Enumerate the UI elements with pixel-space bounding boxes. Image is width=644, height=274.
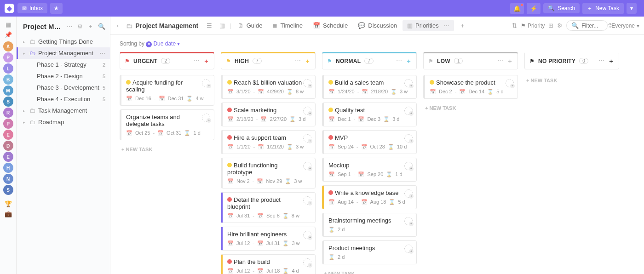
sidebar-folder[interactable]: ▸🗀Getting Things Done — [17, 36, 110, 47]
task-card[interactable]: Acquire funding for scaling 📅Dec 16-📅Dec… — [120, 75, 214, 106]
assignee-placeholder[interactable] — [404, 189, 413, 198]
workspace-avatar[interactable]: P — [3, 52, 13, 63]
more-icon[interactable]: ⋯ — [99, 50, 105, 57]
more-icon[interactable]: ⋯ — [443, 22, 449, 29]
new-task-button[interactable]: + NEW TASK — [423, 103, 518, 114]
workspace-avatar[interactable]: E — [3, 152, 13, 162]
more-icon[interactable]: ⋯ — [497, 57, 503, 65]
sort-dropdown[interactable]: ⚑Priority — [521, 23, 545, 29]
task-card[interactable]: Hire brilliant engineers 📅Jul 12-📅Jul 31… — [221, 227, 316, 251]
workspace-avatar[interactable]: M — [3, 86, 13, 96]
workspace-avatar[interactable]: B — [3, 74, 13, 85]
workspace-avatar[interactable]: H — [3, 163, 13, 173]
tab-timeline[interactable]: ≣Timeline — [268, 20, 307, 31]
trophy-icon[interactable]: 🏆 — [4, 200, 12, 208]
tab-priorities[interactable]: ▥Priorities⋯ — [402, 20, 454, 31]
assignee-placeholder[interactable] — [404, 162, 413, 170]
assignee-placeholder[interactable] — [303, 79, 311, 87]
assignee-placeholder[interactable] — [303, 162, 311, 170]
sidebar-folder[interactable]: ▸🗀Task Management — [17, 105, 110, 116]
back-icon[interactable]: ‹ — [115, 20, 121, 31]
more-icon[interactable]: ⋯ — [295, 57, 301, 65]
assignee-placeholder[interactable] — [303, 231, 311, 239]
new-task-button[interactable]: + NEW TASK — [322, 268, 417, 274]
search-icon[interactable]: 🔍 — [97, 22, 106, 31]
workspace-avatar[interactable]: S — [3, 97, 13, 107]
tab-discussion[interactable]: 💬Discussion — [353, 20, 402, 31]
add-view-icon[interactable]: ＋ — [456, 20, 469, 32]
workspace-avatar[interactable]: L — [3, 63, 13, 74]
app-logo[interactable]: ◆ — [5, 4, 14, 13]
sidebar-folder[interactable]: ▸🗁Project Management⋯ — [17, 47, 110, 59]
task-card[interactable]: MVP 📅Sep 24-📅Oct 28⌛10 d — [322, 130, 417, 154]
new-task-button[interactable]: ＋ New Task — [582, 3, 624, 14]
assignee-placeholder[interactable] — [404, 245, 413, 253]
assignee-dropdown[interactable]: Everyone ▾ — [611, 23, 639, 29]
assignee-placeholder[interactable] — [303, 134, 311, 143]
more-icon[interactable]: ⋯ — [396, 57, 402, 65]
more-icon[interactable]: ⋯ — [598, 57, 604, 65]
pin-icon[interactable]: 📌 — [4, 30, 12, 39]
workspace-avatar[interactable]: A — [3, 41, 13, 51]
gear-icon[interactable]: ⚙ — [76, 22, 84, 31]
task-card[interactable]: Write a knowledge base 📅Aug 14-📅Aug 18⌛5… — [322, 185, 417, 209]
sidebar-list[interactable]: Phase 3 - Development5 — [17, 82, 110, 93]
add-card-icon[interactable]: ＋ — [305, 57, 310, 65]
sidebar-list[interactable]: Phase 1 - Strategy2 — [17, 59, 110, 70]
task-card[interactable]: Build functioning prototype 📅Nov 2-📅Nov … — [221, 158, 316, 188]
task-card[interactable]: Product meetings ⌛2 d — [322, 240, 417, 264]
task-card[interactable]: Quality test 📅Dec 1-📅Dec 3⌛3 d — [322, 103, 417, 126]
inbox-button[interactable]: ✉ Inbox — [17, 3, 47, 13]
dropdown-button[interactable]: ▾ — [627, 3, 637, 14]
assignee-placeholder[interactable] — [303, 196, 311, 205]
star-button[interactable]: ★ — [50, 3, 63, 14]
workspace-avatar[interactable]: N — [3, 174, 13, 184]
filter-field[interactable] — [581, 23, 604, 29]
sidebar-list[interactable]: Phase 2 - Design5 — [17, 70, 110, 82]
task-card[interactable]: Plan the build 📅Jul 12-📅Jul 18⌛4 d — [221, 254, 316, 274]
assignee-placeholder[interactable] — [202, 79, 210, 87]
sidebar-folder[interactable]: ▸🗀Roadmap — [17, 116, 110, 128]
add-card-icon[interactable]: ＋ — [507, 57, 513, 65]
assignee-placeholder[interactable] — [202, 114, 210, 122]
assignee-placeholder[interactable] — [303, 107, 311, 115]
new-task-button[interactable]: + NEW TASK — [120, 144, 214, 155]
gear-icon[interactable]: ⚙ — [557, 22, 563, 29]
assignee-placeholder[interactable] — [506, 79, 514, 87]
assignee-placeholder[interactable] — [404, 79, 413, 87]
task-card[interactable]: Showcase the product 📅Dec 2-📅Dec 14⌛5 d — [423, 75, 518, 99]
filter-input[interactable]: 🔍 ⚗ — [566, 20, 608, 31]
assignee-placeholder[interactable] — [303, 258, 311, 267]
bolt-button[interactable]: ⚡ — [527, 3, 540, 14]
task-card[interactable]: Mockup 📅Sep 1-📅Sep 20⌛1 d — [322, 158, 417, 182]
add-card-icon[interactable]: ＋ — [203, 57, 209, 65]
list-view-icon[interactable]: ☰ — [204, 20, 215, 31]
task-card[interactable]: Hire a support team 📅1/1/20-📅1/21/20⌛3 w — [221, 130, 316, 154]
new-task-button[interactable]: + NEW TASK — [524, 75, 619, 86]
briefcase-icon[interactable]: 💼 — [4, 210, 12, 218]
assignee-placeholder[interactable] — [404, 134, 413, 143]
plus-icon[interactable]: ＋ — [86, 21, 94, 31]
close-icon[interactable]: ✕ — [146, 41, 152, 47]
task-card[interactable]: Reach $1 billion valuation 📅3/1/20-📅4/29… — [221, 75, 316, 99]
more-icon[interactable]: ⋯ — [194, 57, 200, 65]
grid-icon[interactable]: ▦ — [4, 20, 12, 29]
workspace-avatar[interactable]: S — [3, 185, 13, 195]
tab-schedule[interactable]: 📅Schedule — [308, 20, 352, 31]
search-button[interactable]: 🔍 Search — [543, 3, 580, 13]
task-card[interactable]: Detail the product blueprint 📅Jul 31-📅Se… — [221, 192, 316, 223]
task-card[interactable]: Brainstorming meetings ⌛2 d — [322, 213, 417, 237]
workspace-avatar[interactable]: R — [3, 108, 13, 118]
task-card[interactable]: Organize teams and delegate tasks 📅Oct 2… — [120, 109, 214, 140]
task-card[interactable]: Scale marketing 📅2/18/20-📅2/27/20⌛3 d — [221, 103, 316, 126]
customize-icon[interactable]: ⊞ — [548, 22, 553, 29]
breadcrumb[interactable]: 🗀 Project Management — [122, 20, 202, 31]
task-card[interactable]: Build a sales team 📅1/24/20-📅2/18/20⌛3 w — [322, 75, 417, 99]
assignee-placeholder[interactable] — [404, 107, 413, 115]
board-view-icon[interactable]: ▥ — [217, 20, 228, 31]
sort-chip[interactable]: ✕Due date ▾ — [146, 40, 180, 47]
workspace-avatar[interactable]: D — [3, 141, 13, 151]
assignee-placeholder[interactable] — [404, 217, 413, 225]
workspace-avatar[interactable]: P — [3, 119, 13, 129]
sort-icon[interactable]: ⇅ — [512, 22, 517, 29]
